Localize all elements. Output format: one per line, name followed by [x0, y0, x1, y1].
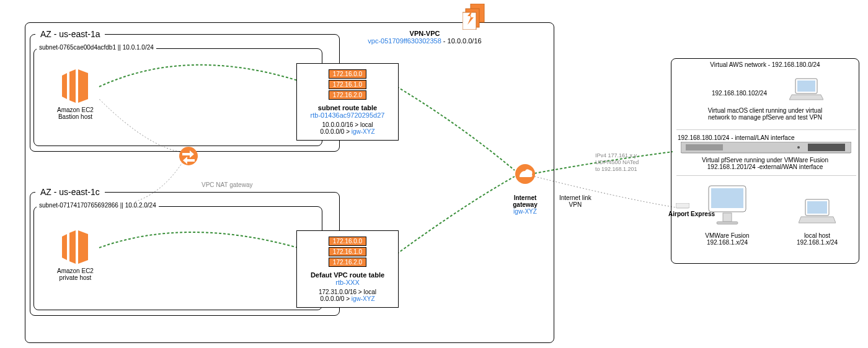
tun-line1: IPv4 177.161.x.y: [595, 152, 639, 159]
rt2-id-link[interactable]: rtb-XXX: [335, 279, 360, 286]
mbp-title: local host: [786, 232, 848, 239]
cidr-tag: 172.16.1.0: [329, 80, 366, 89]
cidr-tag: 172.16.2.0: [329, 90, 366, 100]
imac-icon: [706, 185, 749, 229]
svg-marker-8: [69, 230, 76, 264]
nat-gateway-icon: [179, 146, 198, 166]
az2-title: AZ - us-east-1c: [35, 186, 105, 198]
svg-marker-7: [62, 234, 67, 260]
svg-rect-23: [807, 201, 827, 214]
imac-title: VMWare Fusion: [690, 232, 764, 239]
rt1-def-prefix: 0.0.0.0/0 >: [320, 128, 351, 135]
svg-marker-5: [78, 69, 88, 103]
cidr-tag: 172.16.0.0: [329, 237, 366, 246]
imac-ip: 192.168.1.x/24: [690, 239, 764, 246]
route-table-2: 172.16.0.0 172.16.1.0 172.16.2.0 Defaut …: [296, 230, 399, 308]
az2-subnet-label: subnet-07174170765692866 || 10.0.2.0/24: [37, 202, 159, 209]
svg-rect-15: [686, 144, 723, 150]
rt1-title: subnet route table: [303, 104, 392, 111]
az1-subnet-label: subnet-0765cae00d4acfdb1 || 10.0.1.0/24: [37, 44, 156, 51]
rt1-local: 10.0.0.0/16 > local: [303, 121, 392, 128]
vpc-icon: [463, 4, 494, 30]
rt1-def-link[interactable]: igw-XYZ: [352, 128, 375, 135]
vpc-id-link[interactable]: vpc-051709ff630302358: [368, 37, 441, 45]
nat-label: VPC NAT gateway: [202, 181, 252, 188]
remote-header: Virtual AWS network - 192.168.180.0/24: [671, 61, 859, 68]
imac-block: VMWare Fusion 192.168.1.x/24: [690, 232, 764, 246]
macos-desc1: Virtual macOS client running under virtu…: [671, 107, 859, 114]
cidr-tag: 172.16.1.0: [329, 247, 366, 256]
svg-point-6: [179, 147, 198, 165]
svg-rect-20: [723, 213, 732, 222]
tun-line3: to 192.168.1.201: [595, 166, 639, 173]
ec2-icon: [57, 229, 93, 265]
svg-marker-4: [69, 69, 76, 103]
ec2-sublabel: Bastion host: [57, 113, 94, 120]
vpc-title-block: VPN-VPC vpc-051709ff630302358 - 10.0.0.0…: [360, 30, 490, 45]
svg-rect-16: [808, 144, 845, 151]
rt2-def-prefix: 0.0.0.0/0 >: [320, 295, 351, 302]
pfserve-desc-block: Virtual pfServe running under VMWare Fus…: [671, 157, 859, 170]
svg-point-17: [797, 146, 800, 149]
az1-title: AZ - us-east-1a: [35, 28, 105, 40]
igw-id-link[interactable]: igw-XYZ: [513, 208, 537, 215]
pfserve-desc2: 192.168.1.201/24 -external/WAN interface: [671, 163, 859, 170]
rt2-title: Defaut VPC route table: [303, 271, 392, 279]
ec2-bastion: Amazon EC2 Bastion host: [57, 68, 94, 120]
svg-rect-13: [797, 80, 815, 92]
svg-rect-19: [711, 188, 743, 208]
ec2-private: Amazon EC2 private host: [57, 229, 94, 281]
remote-network-box: Virtual AWS network - 192.168.180.0/24 1…: [671, 58, 859, 264]
cidr-tag: 172.16.0.0: [329, 69, 366, 79]
rt2-def-link[interactable]: igw-XYZ: [352, 295, 375, 302]
pfserve-ip: 192.168.180.10/24 - internal/LAN interfa…: [678, 134, 794, 141]
route-table-1: 172.16.0.0 172.16.1.0 172.16.2.0 subnet …: [296, 63, 399, 141]
inet-line1: Internet link: [559, 194, 591, 201]
macos-desc2: network to manage pfServe and test VPN: [671, 114, 859, 121]
rt2-local: 172.31.0.0/16 > local: [303, 289, 392, 295]
svg-marker-3: [62, 73, 67, 99]
mbp-block: local host 192.168.1.x/24: [786, 232, 848, 246]
vpc-title: VPN-VPC: [360, 30, 490, 37]
tunnel-info: IPv4 177.161.x.y UDP/4500 NATed to 192.1…: [595, 152, 639, 172]
igw-icon: [515, 163, 536, 185]
pfserve-desc1: Virtual pfServe running under VMWare Fus…: [671, 157, 859, 163]
cidr-tag: 172.16.2.0: [329, 258, 366, 267]
rt1-id-link[interactable]: rtb-01436ac9720295d27: [311, 111, 385, 119]
rack-server-icon: [681, 142, 851, 154]
internet-link-block: Internet link VPN: [559, 194, 591, 208]
ec2-icon: [57, 68, 93, 104]
ec2-label: Amazon EC2: [57, 107, 94, 113]
ec2-sublabel: private host: [57, 274, 94, 281]
vpc-cidr: - 10.0.0.0/16: [441, 37, 482, 45]
tun-line2: UDP/4500 NATed: [595, 159, 639, 166]
macos-ip: 192.168.180.102/24: [712, 90, 767, 97]
igw-label-block: Internet gateway igw-XYZ: [501, 194, 549, 215]
inet-line2: VPN: [559, 201, 591, 208]
macbook-localhost-icon: [799, 198, 836, 225]
svg-rect-21: [717, 222, 738, 224]
mbp-ip: 192.168.1.x/24: [786, 239, 848, 246]
macos-desc-block: Virtual macOS client running under virtu…: [671, 107, 859, 121]
igw-title: Internet gateway: [501, 194, 549, 208]
ec2-label: Amazon EC2: [57, 268, 94, 274]
svg-marker-9: [78, 230, 88, 264]
macbook-icon: [789, 77, 823, 102]
